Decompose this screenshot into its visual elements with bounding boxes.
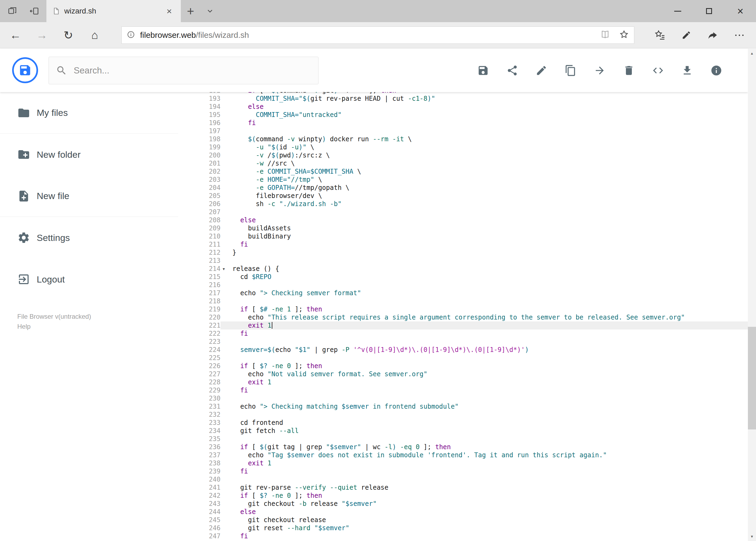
code-line-213[interactable]: 213 (189, 257, 748, 265)
share-icon[interactable] (700, 22, 726, 48)
save-button[interactable] (477, 65, 489, 76)
code-line-247[interactable]: 247 fi (189, 532, 748, 540)
code-line-246[interactable]: 246 git reset --hard "$semver" (189, 524, 748, 532)
code-line-209[interactable]: 209 buildAssets (189, 224, 748, 232)
code-line-216[interactable]: 216 (189, 281, 748, 289)
code-line-225[interactable]: 225 (189, 354, 748, 362)
code-line-238[interactable]: 238 exit 1 (189, 459, 748, 467)
new-tab-button[interactable]: + (181, 1, 200, 22)
code-line-219[interactable]: 219 if [ $# -ne 1 ]; then (189, 305, 748, 313)
search-box[interactable] (49, 57, 319, 84)
code-line-205[interactable]: 205 filebrowser/dev \ (189, 192, 748, 200)
code-line-207[interactable]: 207 (189, 208, 748, 216)
web-note-pen-icon[interactable] (673, 22, 700, 48)
close-window-button[interactable]: × (725, 0, 756, 22)
browser-tab-wizard-sh[interactable]: wizard.sh × (46, 0, 181, 22)
code-line-223[interactable]: 223 (189, 337, 748, 346)
code-line-194[interactable]: 194 else (189, 103, 748, 111)
code-line-222[interactable]: 222 fi (189, 329, 748, 337)
code-line-236[interactable]: 236 if [ $(git tag | grep "$semver" | wc… (189, 443, 748, 451)
code-line-234[interactable]: 234 git fetch --all (189, 427, 748, 435)
code-line-235[interactable]: 235 (189, 435, 748, 443)
sidebar-item-new-folder[interactable]: New folder (0, 134, 178, 175)
code-line-242[interactable]: 242 if [ $? -ne 0 ]; then (189, 492, 748, 500)
show-set-aside-tabs-icon[interactable] (8, 6, 17, 16)
site-info-icon[interactable] (126, 30, 135, 40)
maximize-button[interactable] (693, 0, 725, 22)
code-editor-container[interactable]: 192 if [ "$(command -v git)" != "" ]; th… (189, 92, 748, 541)
tab-preview-chevron-icon[interactable] (200, 7, 220, 15)
sidebar-item-new-file[interactable]: New file (0, 175, 178, 217)
code-line-197[interactable]: 197 (189, 127, 748, 135)
download-button[interactable] (681, 65, 693, 76)
delete-button[interactable] (623, 65, 635, 76)
code-line-195[interactable]: 195 COMMIT_SHA="untracked" (189, 111, 748, 119)
code-line-224[interactable]: 224 semver=$(echo "$1" | grep -P '^v(0|[… (189, 346, 748, 354)
code-line-212[interactable]: 212} (189, 249, 748, 257)
code-line-231[interactable]: 231 echo "> Checking matching $semver in… (189, 402, 748, 410)
more-menu-icon[interactable] (726, 22, 752, 48)
code-line-226[interactable]: 226 if [ $? -ne 0 ]; then (189, 362, 748, 370)
code-view-button[interactable] (652, 65, 664, 76)
move-button[interactable] (594, 65, 606, 76)
sidebar-item-settings[interactable]: Settings (0, 217, 178, 259)
code-line-243[interactable]: 243 git checkout -b release "$semver" (189, 500, 748, 508)
share-button[interactable] (506, 65, 518, 76)
refresh-icon[interactable]: ↻ (55, 22, 82, 48)
code-line-193[interactable]: 193 COMMIT_SHA="$(git rev-parse HEAD | c… (189, 95, 748, 103)
code-line-208[interactable]: 208 else (189, 216, 748, 224)
code-line-203[interactable]: 203 -e HOME="//tmp" \ (189, 176, 748, 184)
forward-icon[interactable]: → (29, 22, 55, 48)
search-input[interactable] (74, 65, 311, 76)
home-icon[interactable]: ⌂ (82, 22, 108, 48)
favorite-star-icon[interactable] (619, 29, 629, 41)
scroll-down-icon[interactable]: ▼ (748, 532, 756, 541)
code-line-210[interactable]: 210 buildBinary (189, 232, 748, 241)
hub-favorites-icon[interactable] (647, 22, 673, 48)
code-line-198[interactable]: 198 $(command -v winpty) docker run --rm… (189, 135, 748, 143)
code-line-230[interactable]: 230 (189, 394, 748, 402)
page-scrollbar[interactable]: ▲ ▼ (748, 49, 756, 541)
code-line-206[interactable]: 206 sh -c "./wizard.sh -b" (189, 200, 748, 208)
code-line-240[interactable]: 240 (189, 475, 748, 483)
fold-marker-icon[interactable]: ▾ (222, 265, 225, 273)
code-line-220[interactable]: 220 echo "This release script requires a… (189, 313, 748, 321)
sidebar-item-my-files[interactable]: My files (0, 92, 178, 134)
code-line-192[interactable]: 192 if [ "$(command -v git)" != "" ]; th… (189, 92, 748, 95)
code-line-233[interactable]: 233 cd frontend (189, 419, 748, 427)
address-bar[interactable]: filebrowser.web/files/wizard.sh (122, 26, 634, 44)
code-line-227[interactable]: 227 echo "Not valid semver format. See s… (189, 370, 748, 378)
code-line-196[interactable]: 196 fi (189, 119, 748, 127)
code-line-221[interactable]: 221 exit 1 (189, 321, 748, 329)
sidebar-item-logout[interactable]: Logout (0, 259, 178, 300)
set-tabs-aside-icon[interactable] (30, 6, 39, 16)
code-line-244[interactable]: 244 else (189, 508, 748, 516)
code-line-214[interactable]: 214▾release () { (189, 265, 748, 273)
code-line-241[interactable]: 241 git rev-parse --verify --quiet relea… (189, 483, 748, 492)
code-line-229[interactable]: 229 fi (189, 386, 748, 394)
minimize-button[interactable] (662, 0, 693, 22)
code-line-232[interactable]: 232 (189, 410, 748, 419)
code-line-245[interactable]: 245 git checkout release (189, 516, 748, 524)
scroll-up-icon[interactable]: ▲ (748, 49, 756, 58)
code-line-202[interactable]: 202 -e COMMIT_SHA=$COMMIT_SHA \ (189, 168, 748, 176)
copy-button[interactable] (565, 65, 577, 76)
reading-view-icon[interactable] (600, 29, 610, 41)
code-line-237[interactable]: 237 echo "Tag $semver does not exist in … (189, 451, 748, 459)
code-line-228[interactable]: 228 exit 1 (189, 378, 748, 386)
code-line-211[interactable]: 211 fi (189, 241, 748, 249)
code-line-204[interactable]: 204 -e GOPATH=//tmp/gopath \ (189, 184, 748, 192)
back-icon[interactable]: ← (2, 22, 29, 48)
code-line-201[interactable]: 201 -w //src \ (189, 159, 748, 168)
code-line-239[interactable]: 239 fi (189, 467, 748, 475)
info-button[interactable] (710, 65, 722, 76)
code-line-218[interactable]: 218 (189, 297, 748, 305)
code-line-215[interactable]: 215 cd $REPO (189, 273, 748, 281)
help-link[interactable]: Help (17, 321, 178, 331)
tab-close-icon[interactable]: × (163, 0, 175, 22)
code-line-200[interactable]: 200 -v /$(pwd):/src:z \ (189, 151, 748, 159)
code-line-217[interactable]: 217 echo "> Checking semver format" (189, 289, 748, 297)
rename-button[interactable] (536, 65, 547, 76)
code-line-199[interactable]: 199 -u "$(id -u)" \ (189, 143, 748, 151)
scrollbar-thumb[interactable] (748, 327, 756, 429)
